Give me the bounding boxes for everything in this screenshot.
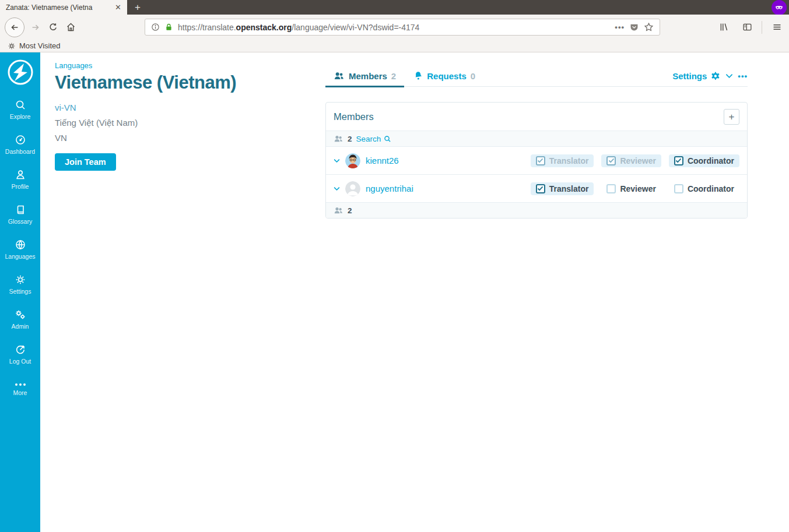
users-icon — [334, 71, 345, 81]
gear-icon — [8, 42, 16, 50]
tab-requests[interactable]: Requests 0 — [404, 65, 483, 86]
role-reviewer-checkbox[interactable]: Reviewer — [601, 154, 661, 167]
role-translator-checkbox[interactable]: Translator — [531, 182, 594, 195]
user-icon — [15, 169, 26, 181]
native-name: Tiếng Việt (Việt Nam) — [55, 118, 300, 128]
sidebar-item-more[interactable]: More — [0, 372, 40, 407]
menu-button[interactable] — [768, 19, 786, 36]
url-text: https://translate.openstack.org/language… — [178, 23, 610, 32]
checkbox-icon — [674, 184, 683, 193]
page-title: Vietnamese (Vietnam) — [55, 72, 300, 93]
members-count: 2 — [348, 135, 352, 143]
page-actions-button[interactable]: ••• — [615, 23, 625, 31]
members-card-header: Members + — [326, 103, 747, 131]
private-browsing-badge — [772, 0, 787, 15]
sidebar-item-profile[interactable]: Profile — [0, 162, 40, 197]
join-team-button[interactable]: Join Team — [55, 153, 116, 171]
search-icon — [384, 135, 391, 143]
add-member-button[interactable]: + — [724, 109, 739, 125]
avatar[interactable] — [345, 181, 360, 196]
toolbar-right — [715, 15, 786, 40]
app-sidebar: Explore Dashboard Profile Glossary — [0, 52, 40, 532]
sidebar-item-admin[interactable]: Admin — [0, 302, 40, 337]
bookmark-star-icon[interactable] — [644, 22, 654, 32]
library-button[interactable] — [715, 19, 732, 36]
sidebar-item-logout[interactable]: Log Out — [0, 337, 40, 372]
member-username[interactable]: kiennt26 — [366, 156, 399, 165]
member-username[interactable]: nguyentrihai — [366, 184, 413, 193]
sidebar-toggle-button[interactable] — [738, 19, 756, 36]
book-icon — [15, 204, 26, 216]
zanata-logo-icon — [6, 58, 34, 86]
new-tab-button[interactable]: + — [127, 0, 148, 15]
more-options-button[interactable]: ••• — [738, 72, 748, 80]
zanata-logo[interactable] — [6, 58, 34, 89]
gear-icon — [711, 71, 721, 81]
search-members-link[interactable]: Search — [356, 135, 392, 143]
forward-arrow-icon — [30, 22, 41, 33]
checkbox-icon — [536, 156, 545, 165]
role-coordinator-checkbox[interactable]: Coordinator — [669, 182, 739, 195]
breadcrumb-languages[interactable]: Languages — [55, 61, 300, 70]
tab-close-icon[interactable]: ✕ — [114, 3, 122, 12]
ellipsis-icon — [14, 382, 27, 387]
panel-actions: Settings ••• — [672, 65, 748, 86]
mask-icon — [774, 3, 784, 12]
home-button[interactable] — [62, 19, 79, 36]
role-coordinator-checkbox[interactable]: Coordinator — [669, 154, 739, 167]
users-icon — [334, 206, 343, 215]
member-roles: Translator Reviewer Coordinator — [531, 154, 739, 167]
expand-member-chevron-icon[interactable] — [334, 186, 340, 191]
members-toolbar-row: 2 Search — [326, 131, 747, 146]
bookmark-most-visited[interactable]: Most Visited — [19, 41, 61, 50]
pocket-icon[interactable] — [629, 22, 639, 32]
lock-icon[interactable] — [164, 23, 173, 31]
search-icon — [15, 99, 26, 111]
tab-members-label: Members — [349, 71, 387, 81]
globe-icon — [15, 239, 26, 251]
sidebar-item-glossary[interactable]: Glossary — [0, 197, 40, 232]
chevron-down-icon[interactable] — [725, 73, 733, 79]
library-icon — [719, 22, 729, 32]
members-card-title: Members — [334, 111, 374, 122]
members-card: Members + 2 Search — [325, 102, 748, 219]
gears-icon — [15, 309, 26, 320]
members-footer-count: 2 — [348, 206, 352, 215]
toolbar-divider — [762, 21, 762, 34]
avatar[interactable] — [345, 153, 360, 168]
back-button[interactable] — [5, 17, 24, 37]
url-bar[interactable]: https://translate.openstack.org/language… — [145, 19, 660, 36]
member-row: kiennt26 Translator Reviewer Coordina — [326, 146, 747, 174]
checkbox-icon — [606, 156, 616, 165]
sidebar-item-explore[interactable]: Explore — [0, 92, 40, 127]
panel-tabstrip: Members 2 Requests 0 Settings — [325, 65, 748, 87]
reload-icon — [48, 22, 58, 32]
tab-requests-count: 0 — [471, 71, 475, 81]
locale-code: vi-VN — [55, 103, 300, 112]
home-icon — [66, 22, 76, 32]
member-row: nguyentrihai Translator Reviewer Coor — [326, 174, 747, 202]
checkbox-icon — [674, 156, 683, 165]
gear-icon — [15, 274, 26, 286]
forward-button[interactable] — [27, 19, 44, 36]
sidebar-item-dashboard[interactable]: Dashboard — [0, 127, 40, 162]
sidebar-item-languages[interactable]: Languages — [0, 232, 40, 267]
region-code: VN — [55, 133, 300, 143]
tab-members-count: 2 — [391, 71, 396, 81]
tab-requests-label: Requests — [427, 71, 467, 81]
bookmarks-bar: Most Visited — [0, 40, 789, 52]
expand-member-chevron-icon[interactable] — [334, 158, 340, 163]
role-reviewer-checkbox[interactable]: Reviewer — [601, 182, 661, 195]
tab-members[interactable]: Members 2 — [325, 65, 404, 86]
users-icon — [334, 135, 343, 143]
app-window: Explore Dashboard Profile Glossary — [0, 52, 789, 532]
sidebar-item-settings[interactable]: Settings — [0, 267, 40, 302]
settings-link[interactable]: Settings — [672, 71, 721, 81]
main-content: Languages Vietnamese (Vietnam) vi-VN Tiế… — [40, 52, 789, 532]
back-arrow-icon — [9, 22, 20, 33]
browser-tab[interactable]: Zanata: Vietnamese (Vietna ✕ — [0, 0, 127, 15]
page-info-icon[interactable] — [151, 23, 160, 31]
reload-button[interactable] — [44, 19, 62, 36]
dashboard-icon — [15, 134, 26, 146]
role-translator-checkbox[interactable]: Translator — [531, 154, 594, 167]
